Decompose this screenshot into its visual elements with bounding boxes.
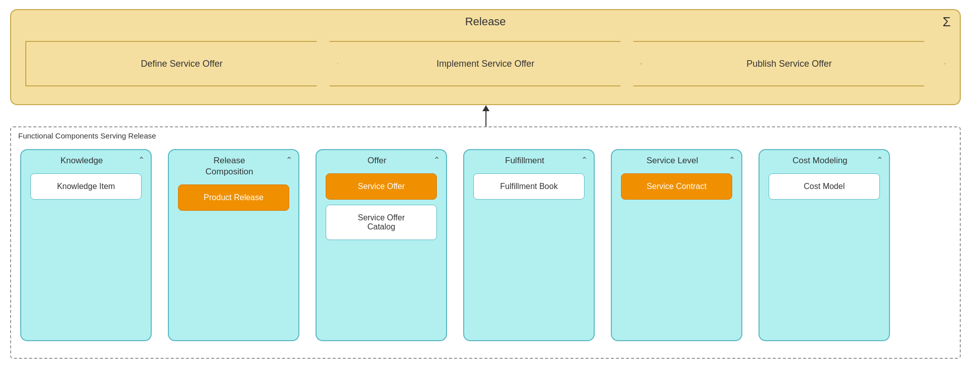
expand-icon-cost-modeling[interactable]: ⌃	[876, 155, 883, 165]
arrow-implement: Implement Service Offer	[329, 41, 642, 86]
item-cost-model[interactable]: Cost Model	[769, 173, 880, 200]
expand-icon-knowledge[interactable]: ⌃	[138, 155, 145, 165]
arrow-label-1: Define Service Offer	[141, 59, 222, 69]
component-title-service-level: Service Level	[618, 155, 727, 166]
diagram-container: Release Σ Define Service Offer Implement…	[0, 0, 980, 373]
sigma-icon: Σ	[943, 14, 951, 30]
item-fulfillment-book[interactable]: Fulfillment Book	[473, 173, 585, 200]
release-banner: Release Σ Define Service Offer Implement…	[10, 9, 961, 105]
component-title-cost-modeling: Cost Modeling	[766, 155, 874, 166]
arrow-label-2: Implement Service Offer	[436, 59, 534, 69]
item-knowledge-item[interactable]: Knowledge Item	[30, 173, 142, 200]
component-box-service-level: Service Level ⌃ Service Contract	[611, 149, 742, 341]
component-box-cost-modeling: Cost Modeling ⌃ Cost Model	[759, 149, 890, 341]
component-box-release-composition: ReleaseComposition ⌃ Product Release	[168, 149, 299, 341]
arrow-chevron-3: Publish Service Offer	[633, 41, 946, 86]
item-service-contract[interactable]: Service Contract	[621, 173, 732, 200]
expand-icon-release-composition[interactable]: ⌃	[286, 155, 292, 165]
component-header-service-level: Service Level ⌃	[618, 155, 735, 166]
component-header-offer: Offer ⌃	[323, 155, 440, 166]
component-title-release-composition: ReleaseComposition	[175, 155, 284, 177]
arrow-chevron-2: Implement Service Offer	[329, 41, 642, 86]
component-header-knowledge: Knowledge ⌃	[27, 155, 145, 166]
arrow-publish: Publish Service Offer	[633, 41, 946, 86]
component-title-fulfillment: Fulfillment	[470, 155, 579, 166]
component-box-knowledge: Knowledge ⌃ Knowledge Item	[20, 149, 152, 341]
arrow-up	[485, 110, 486, 126]
component-box-offer: Offer ⌃ Service Offer Service OfferCatal…	[316, 149, 447, 341]
expand-icon-fulfillment[interactable]: ⌃	[581, 155, 588, 165]
component-box-fulfillment: Fulfillment ⌃ Fulfillment Book	[463, 149, 595, 341]
component-header-cost-modeling: Cost Modeling ⌃	[766, 155, 883, 166]
item-service-offer-catalog[interactable]: Service OfferCatalog	[326, 205, 437, 240]
release-title: Release	[11, 15, 960, 28]
component-title-offer: Offer	[323, 155, 431, 166]
component-header-release-composition: ReleaseComposition ⌃	[175, 155, 292, 177]
item-product-release[interactable]: Product Release	[178, 184, 289, 211]
arrow-define: Define Service Offer	[25, 41, 338, 86]
arrow-chevron-1: Define Service Offer	[25, 41, 338, 86]
components-row: Knowledge ⌃ Knowledge Item ReleaseCompos…	[20, 149, 890, 341]
component-header-fulfillment: Fulfillment ⌃	[470, 155, 588, 166]
functional-label: Functional Components Serving Release	[18, 131, 156, 140]
component-title-knowledge: Knowledge	[27, 155, 136, 166]
expand-icon-service-level[interactable]: ⌃	[729, 155, 735, 165]
expand-icon-offer[interactable]: ⌃	[433, 155, 440, 165]
item-service-offer[interactable]: Service Offer	[326, 173, 437, 200]
arrows-row: Define Service Offer Implement Service O…	[25, 33, 946, 94]
arrow-label-3: Publish Service Offer	[746, 59, 832, 69]
